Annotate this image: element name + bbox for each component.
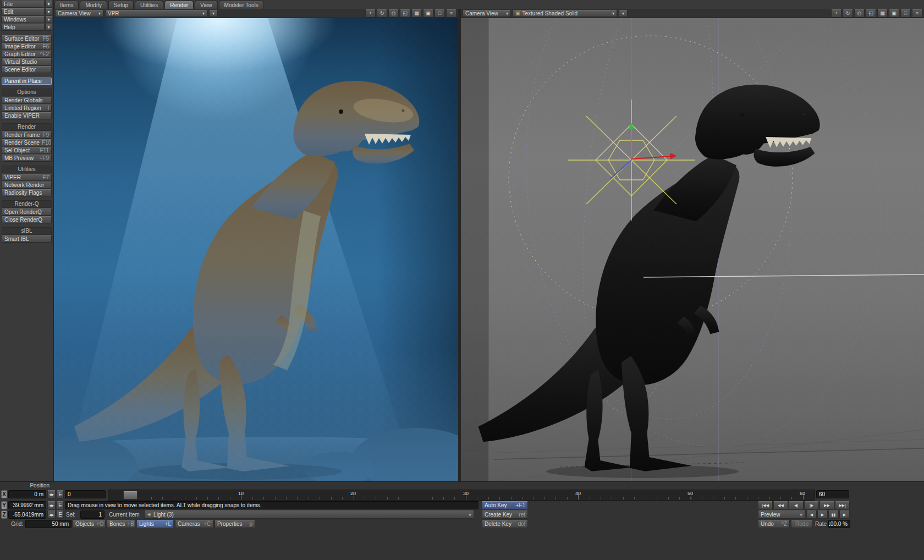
bones-toggle[interactable]: Bones+B	[107, 520, 135, 528]
file-menu-label[interactable]: File	[1, 1, 45, 8]
properties-button[interactable]: Propertiesp	[215, 520, 255, 528]
cameras-toggle[interactable]: Cameras+C	[175, 520, 213, 528]
smart-ibl-button[interactable]: Smart IBL	[2, 235, 52, 243]
position-x-field[interactable]: 0 m	[8, 490, 46, 498]
chevron-down-icon[interactable]: ▾	[45, 24, 52, 31]
enable-viper-button[interactable]: Enable VIPER	[2, 112, 52, 119]
region-icon[interactable]: ◱	[400, 9, 410, 18]
tab-view[interactable]: View	[195, 1, 218, 9]
rate-field[interactable]: 100.0 %	[828, 520, 850, 528]
rotate-icon[interactable]: ↻	[843, 9, 853, 18]
close-renderq-button[interactable]: Close RenderQ	[2, 216, 52, 223]
network-render-button[interactable]: Network Render	[2, 182, 52, 189]
lights-toggle[interactable]: Lights+L	[136, 520, 174, 528]
next-key-button[interactable]: ▶▶	[820, 501, 834, 509]
edit-menu[interactable]: Edit ▾	[1, 8, 52, 15]
surface-editor-button[interactable]: Surface EditorF5	[2, 35, 52, 42]
tab-items[interactable]: Items	[54, 1, 79, 9]
menu-icon[interactable]: ≡	[446, 9, 457, 18]
create-key-button[interactable]: Create Keyret	[482, 510, 528, 519]
maximize-icon[interactable]: □	[900, 9, 911, 18]
open-renderq-button[interactable]: Open RenderQ	[2, 208, 52, 216]
chevron-down-icon[interactable]: ▾	[45, 1, 52, 8]
delete-key-button[interactable]: Delete Keydel	[482, 520, 528, 528]
scene-editor-button[interactable]: Scene Editor	[2, 66, 52, 73]
help-menu[interactable]: Help ▾	[1, 24, 52, 31]
virtual-studio-button[interactable]: Virtual Studio	[2, 58, 52, 65]
viewport-flyout-button[interactable]: ▾	[619, 10, 628, 17]
go-to-end-button[interactable]: ▶▶|	[835, 501, 850, 509]
objects-toggle[interactable]: Objects+O	[73, 520, 106, 528]
current-item-dropdown[interactable]: ☀ Light (3) ▾	[144, 510, 474, 519]
windows-menu[interactable]: Windows ▾	[1, 16, 52, 23]
tab-setup[interactable]: Setup	[108, 1, 134, 9]
limited-region-button[interactable]: Limited Regionl	[2, 105, 52, 112]
chevron-down-icon[interactable]: ▾	[45, 16, 52, 23]
zoom-icon[interactable]: ◎	[388, 9, 399, 18]
tab-render[interactable]: Render	[164, 1, 194, 9]
render-mode-dropdown[interactable]: VPR ▾	[105, 10, 207, 17]
parent-in-place-button[interactable]: Parent in Place	[2, 78, 52, 85]
z-envelope-button[interactable]: E	[57, 510, 64, 519]
move-icon[interactable]: +	[831, 9, 842, 18]
tab-modeler-tools[interactable]: Modeler Tools	[219, 1, 264, 9]
edit-menu-label[interactable]: Edit	[1, 8, 45, 15]
shaded-icon[interactable]: ▣	[423, 9, 433, 18]
y-nudge-spinner[interactable]: ◀▶	[47, 501, 56, 509]
maximize-icon[interactable]: □	[435, 9, 445, 18]
menu-icon[interactable]: ≡	[912, 9, 922, 18]
render-mode-dropdown[interactable]: ▣ Textured Shaded Solid ▾	[513, 10, 617, 17]
step-back-button[interactable]: ◀	[806, 510, 817, 519]
view-type-dropdown[interactable]: Camera View ▾	[463, 10, 511, 17]
x-envelope-button[interactable]: E	[57, 490, 64, 498]
tab-utilities[interactable]: Utilities	[135, 1, 163, 9]
previous-frame-button[interactable]: ◀|	[789, 501, 804, 509]
tab-modify[interactable]: Modify	[80, 1, 107, 9]
graph-editor-button[interactable]: Graph Editor^F2	[2, 51, 52, 58]
shaded-icon[interactable]: ▣	[889, 9, 899, 18]
next-frame-button[interactable]: |▶	[804, 501, 819, 509]
previous-key-button[interactable]: ◀◀	[773, 501, 788, 509]
rotate-icon[interactable]: ↻	[377, 9, 387, 18]
timeline-slider-handle[interactable]	[123, 491, 138, 499]
help-menu-label[interactable]: Help	[1, 24, 45, 31]
image-editor-button[interactable]: Image EditorF6	[2, 43, 52, 50]
windows-menu-label[interactable]: Windows	[1, 16, 45, 23]
file-menu[interactable]: File ▾	[1, 1, 52, 8]
radiosity-flags-button[interactable]: Radiosity Flags	[2, 189, 52, 196]
viewport-left-canvas[interactable]	[53, 18, 458, 481]
redo-button[interactable]: Redo	[791, 520, 813, 528]
region-icon[interactable]: ◱	[866, 9, 876, 18]
render-scene-button[interactable]: Render SceneF10	[2, 139, 52, 146]
chevron-down-icon[interactable]: ▾	[45, 8, 52, 15]
play-reverse-button[interactable]: ▶	[817, 510, 828, 519]
grid-size-field[interactable]: 50 mm	[25, 520, 72, 528]
current-frame-field[interactable]: 0	[65, 490, 106, 498]
chevron-down-icon: ▾	[609, 11, 614, 16]
wireframe-icon[interactable]: ▦	[411, 9, 422, 18]
viewport-right-canvas[interactable]	[461, 18, 924, 481]
play-button[interactable]: ▶	[839, 510, 850, 519]
sel-object-button[interactable]: Sel ObjectF11	[2, 147, 52, 154]
render-globals-button[interactable]: Render Globals	[2, 97, 52, 104]
position-z-field[interactable]: -65.0419mm	[8, 510, 46, 519]
x-nudge-spinner[interactable]: ◀▶	[47, 490, 56, 498]
viper-button[interactable]: VIPERF7	[2, 174, 52, 181]
timeline-ruler[interactable]: 0 10 20 30 40 50 60	[108, 490, 815, 501]
render-frame-button[interactable]: Render FrameF9	[2, 131, 52, 139]
end-frame-field[interactable]: 60	[816, 490, 849, 498]
z-nudge-spinner[interactable]: ◀▶	[47, 510, 56, 519]
wireframe-icon[interactable]: ▦	[877, 9, 888, 18]
viewport-flyout-button[interactable]: ▾	[209, 10, 218, 17]
view-type-dropdown[interactable]: Camera View ▾	[55, 10, 103, 17]
go-to-start-button[interactable]: |◀◀	[758, 501, 773, 509]
preview-dropdown[interactable]: Preview▾	[758, 510, 805, 519]
move-icon[interactable]: +	[365, 9, 376, 18]
pause-button[interactable]: ▮▮	[828, 510, 839, 519]
position-y-field[interactable]: 39.9992 mm	[8, 501, 46, 509]
auto-key-button[interactable]: Auto Key+F1	[482, 501, 528, 509]
mb-preview-button[interactable]: MB Preview+F9	[2, 155, 52, 162]
zoom-icon[interactable]: ◎	[854, 9, 865, 18]
undo-button[interactable]: Undo^Z	[758, 520, 790, 528]
y-envelope-button[interactable]: E	[57, 501, 64, 509]
